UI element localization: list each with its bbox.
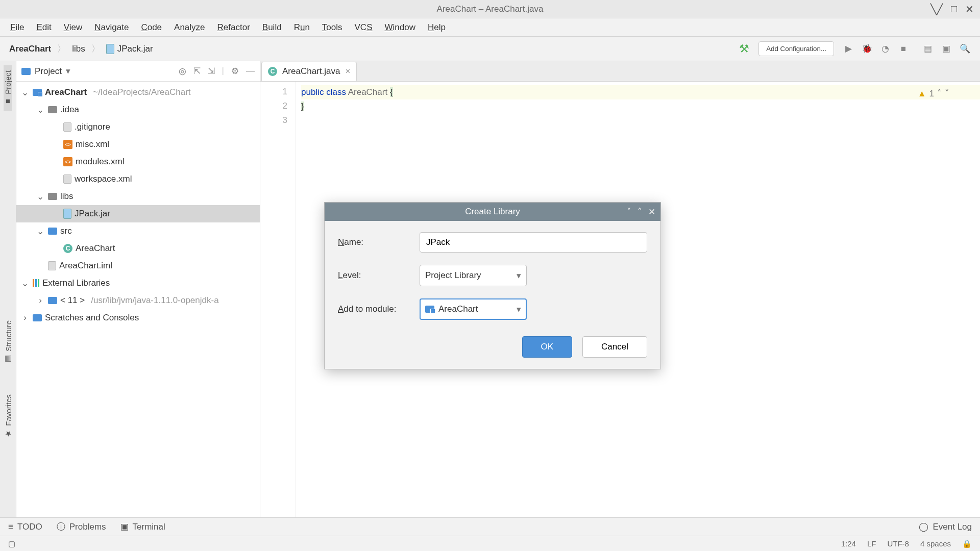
tree-item-label: AreaChart.iml — [59, 261, 112, 271]
chevron-up-icon[interactable]: ˄ — [638, 207, 642, 217]
menu-vcs[interactable]: VCS — [349, 20, 379, 35]
close-icon[interactable]: ✕ — [648, 207, 655, 217]
folder-icon — [48, 193, 57, 200]
chevron-right-icon[interactable]: › — [36, 295, 45, 306]
tool-tab-label: Problems — [69, 522, 106, 532]
tree-scratches[interactable]: › Scratches and Consoles — [16, 309, 260, 327]
menu-view[interactable]: View — [58, 20, 89, 35]
scratches-icon — [33, 314, 42, 321]
toolwindow-toggle-icon[interactable]: ▢ — [8, 539, 15, 548]
settings-icon[interactable]: ⚙ — [231, 66, 239, 77]
module-select[interactable]: AreaChart ▾ — [420, 298, 527, 320]
tool-tab-event-log[interactable]: ◯ Event Log — [919, 521, 972, 532]
tree-external-libraries[interactable]: ⌄ External Libraries — [16, 274, 260, 292]
menu-code[interactable]: Code — [135, 20, 168, 35]
coverage-icon[interactable]: ◔ — [876, 40, 894, 58]
library-name-input[interactable] — [420, 232, 647, 253]
status-caret-position[interactable]: 1:24 — [841, 539, 856, 548]
tree-item-label: < 11 > — [60, 295, 85, 306]
left-tool-tabs: ■ Project ▥ Structure ★ Favorites — [0, 61, 16, 517]
chevron-right-icon[interactable]: › — [20, 313, 30, 323]
run-icon[interactable]: ▶ — [839, 40, 857, 58]
level-select[interactable]: Project Library ▾ — [420, 265, 527, 286]
window-close-icon[interactable]: ✕ — [965, 3, 974, 15]
tree-idea-folder[interactable]: ⌄ .idea — [16, 101, 260, 118]
chevron-up-icon[interactable]: ˄ — [937, 87, 942, 101]
tree-file[interactable]: workspace.xml — [16, 170, 260, 188]
chevron-down-icon[interactable]: ⌄ — [36, 105, 45, 115]
chevron-down-icon[interactable]: ⌄ — [36, 226, 45, 237]
tree-item-label: misc.xml — [76, 139, 109, 149]
tree-item-label: External Libraries — [42, 278, 110, 288]
chevron-down-icon[interactable]: ˅ — [945, 87, 949, 101]
tree-root-path: ~/IdeaProjects/AreaChart — [93, 87, 190, 97]
class-name: AreaChart — [348, 87, 387, 97]
locate-icon[interactable]: ◎ — [179, 66, 186, 77]
expand-all-icon[interactable]: ⇱ — [193, 66, 201, 77]
editor-tab[interactable]: C AreaChart.java × — [261, 62, 357, 81]
debug-icon[interactable]: 🐞 — [857, 40, 876, 58]
tool-tab-project[interactable]: ■ Project — [4, 65, 12, 111]
menu-run[interactable]: Run — [288, 20, 316, 35]
inspection-widget[interactable]: ▲ 1 ˄ ˅ — [918, 87, 949, 101]
tree-file[interactable]: <>modules.xml — [16, 153, 260, 170]
close-icon[interactable]: × — [345, 66, 350, 77]
menu-file[interactable]: File — [4, 20, 30, 35]
chevron-down-icon[interactable]: ⌄ — [36, 191, 45, 202]
hide-icon[interactable]: — — [246, 66, 255, 77]
tool-tab-terminal[interactable]: ▣ Terminal — [120, 521, 165, 532]
tree-class-file[interactable]: C AreaChart — [16, 240, 260, 257]
line-number: 1 — [260, 85, 287, 99]
tree-libs-folder[interactable]: ⌄ libs — [16, 188, 260, 205]
menu-help[interactable]: Help — [422, 20, 452, 35]
build-icon[interactable]: ⚒ — [735, 40, 753, 58]
project-view-selector[interactable]: Project ▾ — [21, 66, 70, 77]
module-label: Add to module: — [338, 304, 420, 314]
tree-src-folder[interactable]: ⌄ src — [16, 222, 260, 240]
add-configuration-button[interactable]: Add Configuration... — [758, 41, 834, 56]
status-indent[interactable]: 4 spaces — [920, 539, 951, 548]
tree-jar-file[interactable]: JPack.jar — [16, 205, 260, 222]
collapse-all-icon[interactable]: ⇲ — [208, 66, 215, 77]
editor-tab-label: AreaChart.java — [282, 66, 340, 77]
breadcrumb-root[interactable]: AreaChart — [6, 43, 54, 55]
keyword: class — [326, 87, 346, 97]
tree-iml-file[interactable]: AreaChart.iml — [16, 257, 260, 274]
cancel-button[interactable]: Cancel — [582, 336, 647, 358]
search-everywhere-icon[interactable]: 🔍 — [955, 40, 974, 58]
run-anything-icon[interactable]: ▣ — [937, 40, 955, 58]
tree-jdk[interactable]: › < 11 > /usr/lib/jvm/java-1.11.0-openjd… — [16, 292, 260, 309]
window-minimize-icon[interactable]: ╲╱ — [930, 3, 943, 15]
tree-root[interactable]: ⌄ AreaChart ~/IdeaProjects/AreaChart — [16, 84, 260, 101]
status-line-separator[interactable]: LF — [867, 539, 876, 548]
tool-tab-todo[interactable]: ≡ TODO — [8, 522, 42, 532]
project-structure-icon[interactable]: ▤ — [919, 40, 937, 58]
dialog-titlebar[interactable]: Create Library ˅ ˄ ✕ — [325, 203, 660, 221]
menu-edit[interactable]: Edit — [30, 20, 57, 35]
tool-tab-structure[interactable]: ▥ Structure — [4, 315, 13, 369]
menu-refactor[interactable]: Refactor — [211, 20, 256, 35]
tree-item-label: Scratches and Consoles — [45, 313, 139, 323]
window-maximize-icon[interactable]: □ — [951, 3, 957, 15]
chevron-down-icon[interactable]: ⌄ — [20, 87, 30, 98]
lock-icon[interactable]: 🔒 — [962, 539, 972, 548]
stop-icon[interactable]: ■ — [894, 40, 913, 58]
breadcrumb-leaf[interactable]: JPack.jar — [103, 43, 156, 55]
breadcrumb-libs[interactable]: libs — [69, 43, 88, 55]
chevron-down-icon: ▾ — [66, 66, 70, 77]
menu-analyze[interactable]: Analyze — [168, 20, 211, 35]
tree-file[interactable]: <>misc.xml — [16, 136, 260, 153]
window-titlebar: AreaChart – AreaChart.java ╲╱ □ ✕ — [0, 0, 980, 18]
menu-navigate[interactable]: Navigate — [88, 20, 135, 35]
menu-tools[interactable]: Tools — [316, 20, 349, 35]
tool-tab-problems[interactable]: ⓘ Problems — [57, 521, 106, 533]
menu-build[interactable]: Build — [256, 20, 288, 35]
tree-file[interactable]: .gitignore — [16, 118, 260, 136]
menu-window[interactable]: Window — [379, 20, 422, 35]
tool-tab-favorites[interactable]: ★ Favorites — [4, 389, 13, 443]
tree-item-label: AreaChart — [76, 243, 115, 254]
chevron-down-icon[interactable]: ˅ — [627, 207, 631, 217]
chevron-down-icon[interactable]: ⌄ — [20, 278, 30, 289]
status-encoding[interactable]: UTF-8 — [887, 539, 909, 548]
ok-button[interactable]: OK — [522, 336, 573, 358]
